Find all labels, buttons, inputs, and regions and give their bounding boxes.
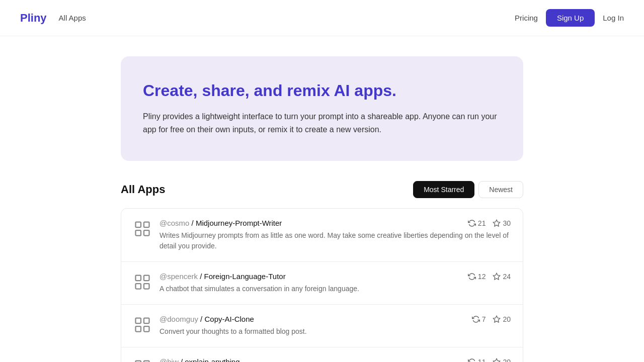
svg-rect-8 [144,284,149,289]
svg-rect-3 [144,230,149,236]
app-name: @biw / explain-anything [159,357,240,362]
app-list-item[interactable]: @biw / explain-anything 11 [121,347,523,362]
app-name: @cosmo / Midjourney-Prompt-Writer [159,219,282,227]
svg-rect-13 [144,326,149,332]
hero-description: Pliny provides a lightweight interface t… [143,110,501,136]
app-description: Convert your thoughts to a formatted blo… [159,326,511,337]
app-stats: 7 20 [472,315,511,323]
star-icon [493,273,501,281]
remix-icon [472,315,480,323]
remix-icon [468,219,476,227]
app-user: @spencerk [159,272,198,281]
app-separator: / [200,272,204,281]
star-stat: 20 [493,315,511,323]
header: Pliny All Apps Pricing Sign Up Log In [0,0,644,36]
app-name: @doomguy / Copy-AI-Clone [159,315,254,323]
remix-count: 12 [478,273,486,281]
filter-buttons: Most Starred Newest [413,181,523,198]
svg-rect-1 [144,222,149,228]
svg-rect-0 [136,222,141,228]
app-stats: 21 30 [468,219,511,227]
app-separator: / [192,219,196,227]
app-icon [133,358,151,362]
app-title: Foreign-Language-Tutor [204,272,286,281]
hero-title: Create, share, and remix AI apps. [143,81,501,100]
star-icon [493,358,501,362]
app-icon [133,220,151,238]
svg-rect-2 [136,230,141,236]
app-content: @biw / explain-anything 11 [159,357,511,362]
app-list: @cosmo / Midjourney-Prompt-Writer 21 [121,208,523,362]
app-stats: 11 20 [468,358,511,362]
header-left: Pliny All Apps [20,12,86,25]
app-title: Copy-AI-Clone [204,315,254,323]
app-separator: / [181,357,185,362]
app-name-row: @spencerk / Foreign-Language-Tutor 12 [159,272,511,281]
app-user: @cosmo [159,219,189,227]
filter-most-starred[interactable]: Most Starred [413,181,474,198]
pricing-link[interactable]: Pricing [515,14,538,22]
filter-newest[interactable]: Newest [478,181,523,198]
star-count: 20 [503,358,511,362]
nav-all-apps[interactable]: All Apps [59,14,86,22]
app-content: @cosmo / Midjourney-Prompt-Writer 21 [159,219,511,251]
svg-rect-11 [144,318,149,324]
apps-section-title: All Apps [121,183,165,196]
star-stat: 20 [493,358,511,362]
app-content: @spencerk / Foreign-Language-Tutor 12 [159,272,511,294]
app-description: Writes Midjourney prompts from as little… [159,230,511,251]
star-stat: 24 [493,273,511,281]
app-icon [133,316,151,334]
svg-marker-9 [494,273,500,280]
star-count: 20 [503,315,511,323]
app-list-item[interactable]: @doomguy / Copy-AI-Clone 7 [121,305,523,347]
app-icon [133,273,151,291]
remix-count: 21 [478,219,486,227]
svg-rect-6 [144,276,149,281]
svg-marker-4 [494,220,500,226]
app-list-item[interactable]: @spencerk / Foreign-Language-Tutor 12 [121,262,523,305]
app-user: @biw [159,357,179,362]
app-title: explain-anything [185,357,239,362]
apps-header: All Apps Most Starred Newest [121,181,523,198]
app-name: @spencerk / Foreign-Language-Tutor [159,272,286,281]
remix-count: 11 [478,358,486,362]
remix-stat: 11 [468,358,486,362]
login-button[interactable]: Log In [603,14,624,22]
logo[interactable]: Pliny [20,12,47,25]
remix-stat: 21 [468,219,486,227]
remix-icon [468,273,476,281]
app-list-item[interactable]: @cosmo / Midjourney-Prompt-Writer 21 [121,209,523,262]
star-icon [493,315,501,323]
app-stats: 12 24 [468,273,511,281]
header-right: Pricing Sign Up Log In [515,9,624,27]
remix-stat: 12 [468,273,486,281]
apps-section: All Apps Most Starred Newest @cosmo / Mi… [121,181,523,362]
svg-marker-14 [494,316,500,322]
svg-rect-5 [136,276,141,281]
app-title: Midjourney-Prompt-Writer [196,219,282,227]
app-name-row: @doomguy / Copy-AI-Clone 7 [159,315,511,323]
svg-marker-19 [494,358,500,362]
signup-button[interactable]: Sign Up [546,9,595,27]
svg-rect-7 [136,284,141,289]
star-icon [493,219,501,227]
svg-rect-12 [136,326,141,332]
svg-rect-10 [136,318,141,324]
app-name-row: @cosmo / Midjourney-Prompt-Writer 21 [159,219,511,227]
remix-stat: 7 [472,315,486,323]
app-user: @doomguy [159,315,198,323]
star-stat: 30 [493,219,511,227]
app-description: A chatbot that simulates a conversation … [159,284,511,294]
star-count: 30 [503,219,511,227]
app-name-row: @biw / explain-anything 11 [159,357,511,362]
star-count: 24 [503,273,511,281]
app-content: @doomguy / Copy-AI-Clone 7 [159,315,511,337]
remix-icon [468,358,476,362]
remix-count: 7 [482,315,486,323]
hero-section: Create, share, and remix AI apps. Pliny … [121,56,523,161]
